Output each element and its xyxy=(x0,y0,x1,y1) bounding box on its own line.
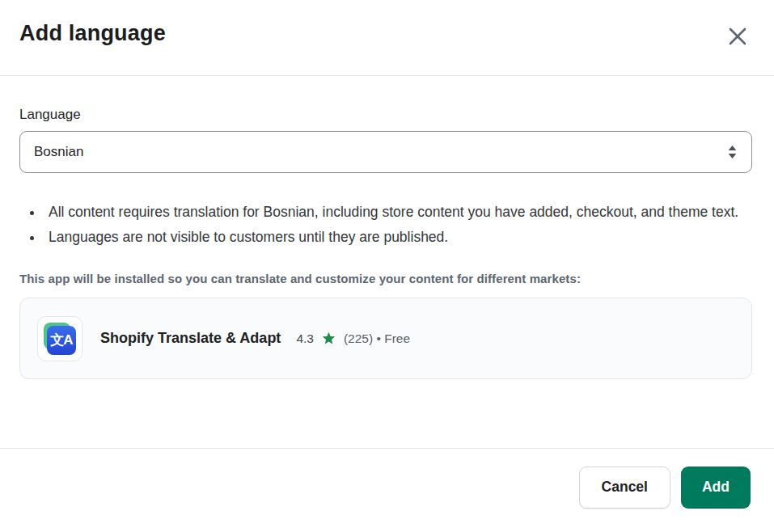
add-language-modal: Add language Language Bosnian All conten… xyxy=(0,0,774,532)
translate-glyph: 文A xyxy=(50,333,72,347)
notes-list: All content requires translation for Bos… xyxy=(44,200,752,250)
language-select-value: Bosnian xyxy=(34,144,83,160)
select-updown-icon xyxy=(727,145,738,159)
note-item-translation: All content requires translation for Bos… xyxy=(44,200,752,225)
star-icon xyxy=(322,331,336,345)
icon-blue-square: 文A xyxy=(47,326,76,355)
close-icon xyxy=(727,26,748,47)
app-name: Shopify Translate & Adapt xyxy=(100,330,281,347)
language-select[interactable]: Bosnian xyxy=(19,131,752,173)
app-install-note: This app will be installed so you can tr… xyxy=(19,272,752,285)
note-item-visibility: Languages are not visible to customers u… xyxy=(44,225,752,250)
cancel-button[interactable]: Cancel xyxy=(579,467,670,509)
language-field-label: Language xyxy=(19,107,752,123)
modal-header: Add language xyxy=(0,0,774,75)
rating-value: 4.3 xyxy=(296,331,314,346)
modal-footer: Cancel Add xyxy=(0,449,774,532)
translate-adapt-app-icon: 文A xyxy=(37,316,82,361)
add-button[interactable]: Add xyxy=(681,467,751,509)
app-rating: 4.3 (225) • Free xyxy=(296,331,410,346)
close-button[interactable] xyxy=(724,23,751,50)
page-title: Add language xyxy=(19,21,166,46)
reviews-and-price: (225) • Free xyxy=(344,331,410,346)
modal-body: Language Bosnian All content requires tr… xyxy=(0,76,774,448)
app-card: 文A Shopify Translate & Adapt 4.3 (225) •… xyxy=(19,298,752,379)
